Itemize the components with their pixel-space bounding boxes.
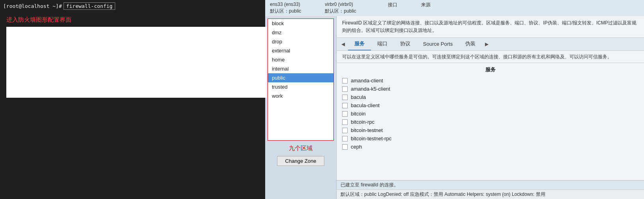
status-bar-connection: 已建立至 firewalld 的连接。 (337, 180, 644, 190)
services-description: 可以在这里定义区域中哪些服务是可信的。可连接至绑定到这个区域的连接、接口和源的所… (337, 51, 644, 63)
tabs-bar: ◀ 服务 端口 协议 Source Ports 伪装 ▶ (337, 38, 644, 51)
tab-ports[interactable]: 端口 (371, 38, 394, 50)
services-area[interactable]: 服务 amanda-client amanda-k5-client bacula… (337, 63, 644, 180)
service-row-bitcoin: bitcoin (342, 110, 638, 118)
service-row-bacula: bacula (342, 93, 638, 101)
zone-block[interactable]: block (268, 19, 333, 28)
ens33-info: ens33 (ens33) 默认区：public (270, 2, 301, 15)
service-checkbox-bitcoin[interactable] (342, 111, 348, 117)
ens33-default-zone: 默认区：public (270, 8, 301, 15)
virbr0-info: virbr0 (virbr0) 默认区：public (325, 2, 356, 15)
terminal-blank-area (6, 27, 267, 98)
service-label-bitcoin-rpc: bitcoin-rpc (351, 119, 374, 125)
tab-masquerade[interactable]: 伪装 (459, 38, 482, 50)
service-checkbox-amanda-client[interactable] (342, 78, 348, 84)
service-checkbox-bacula[interactable] (342, 95, 348, 100)
services-title: 服务 (342, 66, 638, 73)
connection-status: 已建立至 firewalld 的连接。 (341, 182, 399, 188)
service-checkbox-amanda-k5-client[interactable] (342, 86, 348, 92)
info-bar: ens33 (ens33) 默认区：public virbr0 (virbr0)… (265, 0, 644, 16)
terminal-panel: [root@localhost ~]# firewall-config 进入防火… (0, 0, 265, 199)
service-label-bitcoin: bitcoin (351, 111, 366, 117)
service-row-amanda-client: amanda-client (342, 76, 638, 85)
description-bar: FirewallD 区域定义了绑定的网络连接、接口以及源地址的可信程度。区域是服… (337, 16, 644, 38)
terminal-command: firewall-config (64, 2, 115, 10)
status-info: 默认区域：public LogDenied: off 应急模式：禁用 Autom… (341, 192, 545, 197)
service-label-bacula-client: bacula-client (351, 102, 380, 108)
change-zone-button[interactable]: Change Zone (277, 156, 324, 166)
zone-list-box: block dmz drop external home internal pu… (268, 19, 334, 141)
zone-dmz[interactable]: dmz (268, 28, 333, 37)
zone-drop[interactable]: drop (268, 37, 333, 46)
service-row-amanda-k5-client: amanda-k5-client (342, 85, 638, 93)
virbr0-detail: virbr0 (virbr0) (325, 2, 356, 7)
status-bar-info: 默认区域：public LogDenied: off 应急模式：禁用 Autom… (337, 190, 644, 199)
interface-label: 接口 (388, 2, 397, 8)
terminal-line: [root@localhost ~]# firewall-config (3, 2, 262, 10)
source-label: 来源 (421, 2, 431, 8)
tab-right-arrow[interactable]: ▶ (482, 39, 492, 49)
terminal-prompt: [root@localhost ~]# (3, 3, 62, 9)
service-label-bacula: bacula (351, 94, 366, 100)
service-label-bitcoin-testnet: bitcoin-testnet (351, 127, 383, 133)
right-panel: ens33 (ens33) 默认区：public virbr0 (virbr0)… (265, 0, 644, 199)
service-row-bitcoin-rpc: bitcoin-rpc (342, 118, 638, 126)
service-checkbox-bitcoin-testnet[interactable] (342, 128, 348, 133)
service-checkbox-bacula-client[interactable] (342, 103, 348, 108)
service-checkbox-bitcoin-rpc[interactable] (342, 119, 348, 125)
service-checkbox-ceph[interactable] (342, 144, 348, 150)
ens33-detail: ens33 (ens33) (270, 2, 301, 7)
service-row-ceph: ceph (342, 143, 638, 151)
service-label-amanda-client: amanda-client (351, 78, 383, 84)
tab-protocols[interactable]: 协议 (394, 38, 417, 50)
service-row-bacula-client: bacula-client (342, 101, 638, 110)
description-text: FirewallD 区域定义了绑定的网络连接、接口以及源地址的可信程度。区域是服… (342, 20, 637, 33)
service-label-bitcoin-testnet-rpc: bitcoin-testnet-rpc (351, 136, 391, 141)
zone-work[interactable]: work (268, 91, 333, 100)
service-row-bitcoin-testnet-rpc: bitcoin-testnet-rpc (342, 134, 638, 143)
zone-internal[interactable]: internal (268, 64, 333, 73)
zone-panel: block dmz drop external home internal pu… (265, 16, 336, 199)
tab-services[interactable]: 服务 (348, 38, 371, 50)
zone-external[interactable]: external (268, 46, 333, 55)
terminal-content: [root@localhost ~]# firewall-config 进入防火… (0, 0, 265, 199)
service-label-amanda-k5-client: amanda-k5-client (351, 86, 390, 92)
service-row-bitcoin-testnet: bitcoin-testnet (342, 126, 638, 134)
firewall-main: block dmz drop external home internal pu… (265, 16, 644, 199)
zone-trusted[interactable]: trusted (268, 82, 333, 91)
tab-source-ports[interactable]: Source Ports (417, 39, 459, 50)
content-panel: FirewallD 区域定义了绑定的网络连接、接口以及源地址的可信程度。区域是服… (336, 16, 644, 199)
zone-annotation: 九个区域 (268, 145, 334, 152)
terminal-annotation: 进入防火墙图形配置界面 (6, 16, 262, 24)
service-label-ceph: ceph (351, 144, 362, 150)
zone-public[interactable]: public (268, 73, 333, 82)
service-checkbox-bitcoin-testnet-rpc[interactable] (342, 136, 348, 141)
zone-home[interactable]: home (268, 55, 333, 64)
tab-left-arrow[interactable]: ◀ (338, 39, 348, 49)
virbr0-default-zone: 默认区：public (325, 8, 356, 15)
